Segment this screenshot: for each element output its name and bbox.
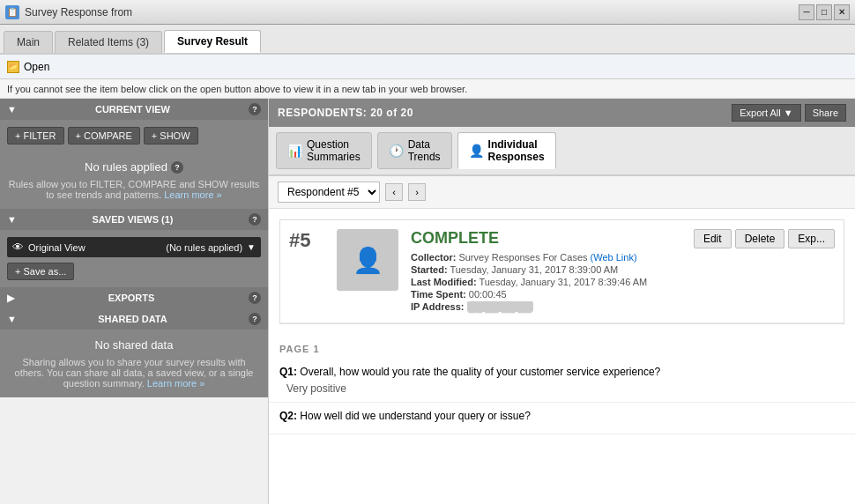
saved-views-content: 👁 Original View (No rules applied) ▼ + S… <box>0 230 268 287</box>
tab-data-trends-label: DataTrends <box>408 138 441 163</box>
tab-main[interactable]: Main <box>4 31 53 53</box>
respondents-title: RESPONDENTS: 20 of 20 <box>278 107 413 119</box>
tab-individual-responses-label: IndividualResponses <box>488 138 545 163</box>
tab-question-summaries[interactable]: 📊 QuestionSummaries <box>276 132 372 169</box>
ip-value: ██ ██ ██ ██ <box>467 301 534 312</box>
filter-buttons-area: + FILTER + COMPARE + SHOW <box>0 120 268 152</box>
show-button[interactable]: + SHOW <box>144 127 198 145</box>
info-bar: If you cannot see the item below click o… <box>0 79 855 99</box>
compare-button[interactable]: + COMPARE <box>68 127 140 145</box>
export-dropdown-icon: ▼ <box>784 107 793 118</box>
question-2-num: Q2: <box>279 410 297 422</box>
tab-question-summaries-label: QuestionSummaries <box>307 138 361 163</box>
app-icon: 📋 <box>5 5 19 19</box>
view-tabs: 📊 QuestionSummaries 🕐 DataTrends 👤 Indiv… <box>269 127 855 176</box>
tab-data-trends[interactable]: 🕐 DataTrends <box>377 132 452 169</box>
clock-icon: 🕐 <box>389 144 404 158</box>
minimize-button[interactable]: ─ <box>799 4 814 20</box>
current-view-title: CURRENT VIEW <box>95 104 170 115</box>
sidebar: ▼ CURRENT VIEW ? + FILTER + COMPARE + SH… <box>0 99 269 504</box>
content-area: RESPONDENTS: 20 of 20 Export All ▼ Share… <box>269 99 855 504</box>
shared-data-help[interactable]: ? <box>249 313 261 325</box>
title-bar-controls[interactable]: ─ □ ✕ <box>799 4 850 20</box>
close-button[interactable]: ✕ <box>834 4 850 20</box>
info-text: If you cannot see the item below click o… <box>7 84 467 94</box>
no-rules-text: Rules allow you to FILTER, COMPARE and S… <box>7 179 261 200</box>
last-modified-line: Last Modified: Tuesday, January 31, 2017… <box>411 277 694 287</box>
response-card: #5 👤 COMPLETE Collector: Survey Response… <box>279 219 844 324</box>
question-2-text: Q2: How well did we understand your quer… <box>279 410 844 422</box>
person-icon: 👤 <box>469 144 484 158</box>
response-info: COMPLETE Collector: Survey Responses For… <box>411 229 694 314</box>
question-1-block: Q1: Overall, how would you rate the qual… <box>269 359 855 403</box>
export-all-button[interactable]: Export All ▼ <box>732 104 800 122</box>
shared-data-arrow: ▼ <box>7 314 17 324</box>
export-share-buttons: Export All ▼ Share <box>732 104 846 122</box>
original-view-select[interactable]: 👁 Original View (No rules applied) ▼ <box>7 237 261 257</box>
question-2-body: How well did we understand your query or… <box>300 410 530 422</box>
question-2-block: Q2: How well did we understand your quer… <box>269 403 855 434</box>
next-respondent-button[interactable]: › <box>408 183 426 201</box>
learn-more-link-shared[interactable]: Learn more » <box>147 378 204 389</box>
complete-badge: COMPLETE <box>411 229 694 248</box>
response-actions: Edit Delete Exp... <box>694 229 835 248</box>
view-name: Original View <box>28 242 161 253</box>
started-line: Started: Tuesday, January 31, 2017 8:39:… <box>411 264 694 275</box>
save-as-button[interactable]: + Save as... <box>7 263 74 280</box>
page-label: PAGE 1 <box>269 335 855 359</box>
respondent-number: #5 <box>289 229 324 252</box>
no-rules-title: No rules applied ? <box>7 160 261 174</box>
current-view-help[interactable]: ? <box>249 103 261 115</box>
shared-data-header: ▼ SHARED DATA ? <box>0 308 268 330</box>
no-shared-box: No shared data Sharing allows you to sha… <box>0 330 268 397</box>
open-icon: 📂 <box>7 61 19 73</box>
export-response-button[interactable]: Exp... <box>788 229 835 248</box>
exports-header: ▶ EXPORTS ? <box>0 287 268 308</box>
tab-survey-result[interactable]: Survey Result <box>164 30 261 53</box>
main-layout: ▼ CURRENT VIEW ? + FILTER + COMPARE + SH… <box>0 99 855 504</box>
web-link[interactable]: (Web Link) <box>591 252 637 263</box>
learn-more-link-current[interactable]: Learn more » <box>164 189 221 200</box>
view-sub: (No rules applied) <box>166 242 242 253</box>
filter-button[interactable]: + FILTER <box>7 127 64 145</box>
title-bar: 📋 Survey Response from ─ □ ✕ <box>0 0 855 25</box>
saved-views-title: SAVED VIEWS (1) <box>92 214 173 225</box>
avatar: 👤 <box>337 229 398 291</box>
shared-data-title: SHARED DATA <box>98 314 167 324</box>
question-1-num: Q1: <box>279 366 297 378</box>
share-button[interactable]: Share <box>805 104 846 122</box>
tab-individual-responses[interactable]: 👤 IndividualResponses <box>457 132 556 169</box>
title-bar-text: Survey Response from <box>25 6 799 19</box>
response-header: #5 👤 COMPLETE Collector: Survey Response… <box>280 220 844 323</box>
no-shared-title: No shared data <box>7 338 261 352</box>
respondents-header: RESPONDENTS: 20 of 20 Export All ▼ Share <box>269 99 855 127</box>
bar-chart-icon: 📊 <box>287 144 302 158</box>
no-rules-box: No rules applied ? Rules allow you to FI… <box>0 152 268 209</box>
saved-views-arrow: ▼ <box>7 214 17 225</box>
open-button[interactable]: Open <box>24 61 49 73</box>
exports-help[interactable]: ? <box>249 292 261 304</box>
time-spent-line: Time Spent: 00:00:45 <box>411 289 694 300</box>
exports-arrow: ▶ <box>7 293 14 304</box>
delete-button[interactable]: Delete <box>735 229 785 248</box>
question-1-text: Q1: Overall, how would you rate the qual… <box>279 366 844 378</box>
ip-address-line: IP Address: ██ ██ ██ ██ <box>411 301 694 312</box>
current-view-header: ▼ CURRENT VIEW ? <box>0 99 268 120</box>
exports-title: EXPORTS <box>108 293 155 303</box>
current-view-arrow: ▼ <box>7 104 17 115</box>
saved-views-help[interactable]: ? <box>249 213 261 226</box>
question-1-answer: Very positive <box>279 382 844 395</box>
prev-respondent-button[interactable]: ‹ <box>385 183 403 201</box>
no-shared-text: Sharing allows you to share your survey … <box>7 357 261 389</box>
open-bar: 📂 Open <box>0 55 855 79</box>
question-1-body: Overall, how would you rate the quality … <box>300 366 660 378</box>
restore-button[interactable]: □ <box>816 4 832 20</box>
dropdown-arrow-icon: ▼ <box>247 242 256 252</box>
edit-button[interactable]: Edit <box>694 229 732 248</box>
respondent-selector[interactable]: Respondent #5 <box>278 182 380 203</box>
tab-related-items[interactable]: Related Items (3) <box>55 31 162 53</box>
tabs-bar: Main Related Items (3) Survey Result <box>0 25 855 55</box>
no-rules-help[interactable]: ? <box>171 161 183 174</box>
collector-line: Collector: Survey Responses For Cases (W… <box>411 252 694 263</box>
saved-views-header: ▼ SAVED VIEWS (1) ? <box>0 209 268 230</box>
